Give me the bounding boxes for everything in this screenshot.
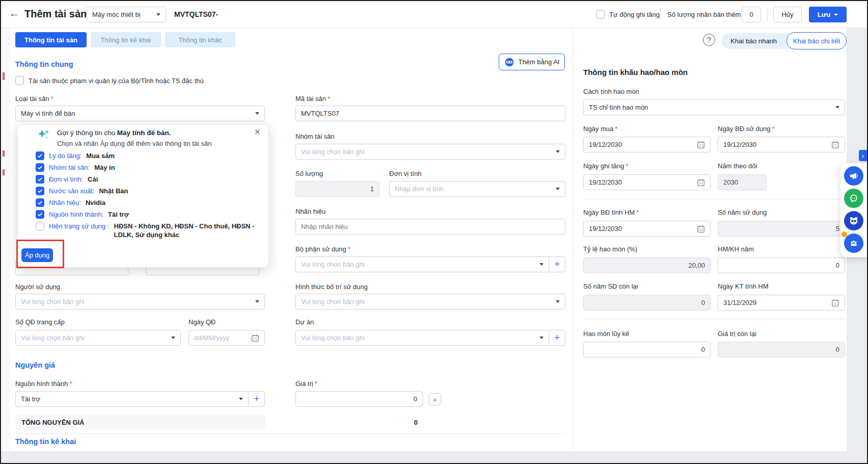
save-button[interactable]: Lưu	[809, 7, 847, 22]
section-title-declare: Thông tin kê khai	[15, 437, 76, 446]
popup-suggestion-item: Đơn vị tính: Cái	[36, 175, 98, 184]
apply-button[interactable]: Áp dụng	[21, 248, 53, 262]
loai-tai-san-select[interactable]: Máy vi tính để bàn	[15, 106, 265, 121]
ai-assistant-icon	[504, 57, 514, 67]
ngay-ghi-tang-date-input[interactable]: 19/12/2030	[583, 174, 711, 190]
hao-mon-luy-ke-input[interactable]	[583, 342, 711, 357]
section-title-depreciation: Thông tin khấu hao/hao mòn	[583, 68, 688, 76]
chat-support-icon[interactable]	[844, 189, 863, 208]
cach-tinh-select[interactable]: TS chỉ tính hao mòn	[583, 99, 845, 115]
section-title-general: Thông tin chung	[15, 60, 73, 68]
so-qd-select[interactable]: Vui lòng chọn bản ghi	[15, 330, 181, 346]
app-window: ← Thêm tài sản Máy móc thiết bị MVTQLTS0…	[1, 1, 867, 463]
panda-assistant-icon[interactable]	[844, 211, 863, 230]
chevron-down-icon	[156, 13, 160, 16]
hinh-thuc-select[interactable]: Vui lòng chọn bản ghi	[295, 294, 565, 310]
bottom-gutter	[1, 451, 867, 463]
gia-tri-label: Giá trị*	[295, 380, 317, 388]
asset-category-select[interactable]: Máy móc thiết bị	[87, 7, 166, 22]
add-nguon-button[interactable]: +	[249, 391, 265, 407]
tab-thong-tin-ke-khai[interactable]: Thông tin kê khai	[91, 32, 161, 47]
tab-thong-tin-khac[interactable]: Thông tin khác	[165, 32, 235, 47]
panel-divider-line	[583, 319, 845, 319]
auto-increase-checkbox[interactable]	[596, 10, 605, 19]
bo-phan-su-dung-select[interactable]: Vui lòng chọn bản ghi	[295, 256, 549, 272]
du-an-group: Vui lòng chọn bản ghi +	[295, 330, 565, 346]
calendar-icon[interactable]	[251, 334, 259, 342]
ngay-kt-hm-date-input[interactable]: 31/12/2029	[718, 295, 845, 311]
popup-suggestion-item: Nhãn hiệu: Nvidia	[36, 198, 105, 207]
add-du-an-button[interactable]: +	[549, 330, 565, 346]
scope-checkbox[interactable]	[15, 76, 24, 85]
total-cost-value: 0	[295, 419, 418, 426]
ngay-mua-date-input[interactable]: 19/12/2030	[583, 137, 711, 152]
suggestion-checkbox[interactable]	[36, 198, 44, 207]
toggle-quick-option[interactable]: Khai báo nhanh	[730, 37, 777, 45]
chevron-down-icon	[539, 263, 544, 266]
auto-increase-label: Tự động ghi tăng	[609, 11, 660, 18]
gia-tri-con-lai-input: 0	[718, 342, 845, 357]
nhom-tai-san-select[interactable]: Vui lòng chọn bản ghi	[295, 144, 565, 160]
calendar-icon[interactable]	[831, 299, 839, 307]
calendar-icon[interactable]	[697, 141, 705, 149]
ngay-qd-label: Ngày QĐ	[188, 318, 215, 326]
ngay-bd-hm-date-input[interactable]: 19/12/2030	[583, 221, 711, 237]
asset-category-value: Máy móc thiết bị	[92, 11, 141, 18]
popup-suggestion-item: Nước sản xuất: Nhật Bản	[36, 187, 128, 195]
suggestion-checkbox[interactable]	[36, 210, 44, 219]
expand-panel-tab[interactable]: ›	[859, 150, 867, 161]
back-arrow-icon[interactable]: ←	[9, 8, 19, 19]
panel-divider	[573, 28, 573, 450]
calendar-icon[interactable]	[831, 141, 839, 149]
notification-dot	[842, 231, 847, 237]
nam-theo-doi-input: 2030	[718, 174, 767, 190]
ngay-qd-date-input[interactable]: dd/MM/yyyy	[188, 330, 265, 346]
du-an-select[interactable]: Vui lòng chọn bản ghi	[295, 330, 549, 346]
hm-kh-nam-input[interactable]	[718, 257, 845, 273]
toggle-detail-option[interactable]: Khai báo chi tiết	[786, 32, 847, 49]
suggestion-checkbox[interactable]	[36, 187, 44, 195]
add-gia-tri-button[interactable]: +	[429, 393, 441, 405]
chevron-down-icon	[255, 112, 259, 115]
panel-divider-line	[583, 199, 845, 199]
add-with-ai-button[interactable]: Thêm bằng AI	[499, 54, 565, 70]
header-bottom-line	[1, 28, 867, 28]
clone-count-input[interactable]	[742, 7, 761, 22]
ngay-kt-hm-label: Ngày KT tính HM	[718, 282, 768, 290]
suggestion-checkbox[interactable]	[36, 151, 44, 160]
nguoi-su-dung-select[interactable]: Vui lòng chọn bản ghi	[15, 294, 265, 310]
calendar-icon[interactable]	[697, 225, 705, 233]
sparkle-ai-icon	[37, 128, 51, 143]
tab-thong-tin-tai-san[interactable]: Thông tin tài sản	[15, 32, 87, 47]
calendar-icon[interactable]	[697, 178, 705, 187]
nguon-hinh-thanh-group: Tài trợ +	[15, 391, 265, 407]
bo-phan-su-dung-group: Vui lòng chọn bản ghi +	[295, 256, 565, 272]
ty-le-hao-mon-label: Tỷ lệ hao mòn (%)	[583, 245, 637, 253]
ngay-bd-sd-date-input[interactable]: 19/12/2030	[718, 137, 845, 152]
nguon-hinh-thanh-select[interactable]: Tài trợ	[15, 391, 249, 407]
ma-tai-san-input[interactable]	[295, 106, 565, 121]
bottom-section-line	[15, 433, 565, 434]
scope-checkbox-label: Tài sản thuộc phạm vi quản lý của Bộ/Tỉn…	[29, 77, 204, 85]
cancel-button[interactable]: Hủy	[773, 7, 802, 22]
suggestion-checkbox[interactable]	[36, 222, 44, 230]
community-icon[interactable]	[844, 234, 863, 253]
popup-title: Gợi ý thông tin cho Máy tính để bàn.	[57, 129, 171, 137]
popup-suggestion-item: Lý do tăng: Mua sắm	[36, 151, 115, 160]
clone-count-label: Số lượng nhân bản thêm	[667, 11, 741, 18]
gia-tri-input[interactable]	[295, 391, 423, 407]
chevron-down-icon	[171, 337, 175, 339]
don-vi-tinh-combobox[interactable]: Nhập đơn vị tính	[389, 181, 565, 197]
gutter-error-marker	[3, 169, 5, 175]
so-luong-input: 1	[295, 181, 379, 197]
popup-suggestion-item: Hiện trạng sử dụng : HĐSN - Không KD, HĐ…	[36, 222, 265, 239]
suggestion-checkbox[interactable]	[36, 175, 44, 184]
gutter-error-marker	[3, 150, 5, 157]
add-bo-phan-button[interactable]: +	[549, 256, 565, 272]
help-icon[interactable]: ?	[703, 34, 715, 46]
nhan-hieu-input[interactable]	[295, 219, 565, 235]
popup-close-icon[interactable]: ✕	[254, 127, 261, 137]
suggestion-checkbox[interactable]	[36, 163, 44, 172]
chevron-down-icon	[239, 398, 243, 400]
announcement-icon[interactable]	[844, 166, 863, 186]
